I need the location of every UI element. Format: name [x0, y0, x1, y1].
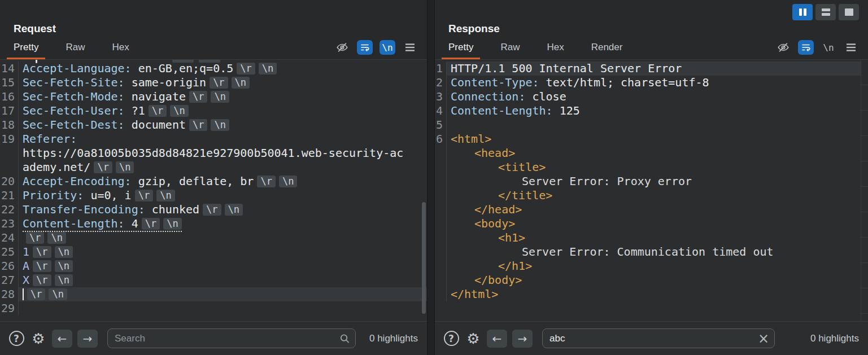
code-segment-tag: </h1> — [498, 259, 532, 273]
layout-columns-button[interactable] — [792, 4, 813, 20]
response-statusbar: ? ⚙ ← → × 0 highlights — [435, 321, 868, 355]
code-segment-val: 125 — [553, 104, 580, 117]
layout-rows-button[interactable] — [815, 4, 836, 20]
tab-request-hex[interactable]: Hex — [105, 42, 136, 59]
response-editor[interactable]: 1HTTP/1.1 500 Internal Server Error2Cont… — [435, 60, 868, 321]
crlf-badge: \n — [211, 91, 229, 103]
code-segment-tag: </html> — [451, 287, 498, 301]
tab-response-raw[interactable]: Raw — [494, 42, 526, 59]
code-line: ademy.net/\r\n — [0, 160, 427, 174]
code-line: 251\r\n — [0, 245, 427, 259]
line-number — [435, 259, 447, 273]
layout-tabs-button[interactable] — [839, 4, 859, 20]
code-line: 14Accept-Language: en-GB,en;q=0.5\r\n — [0, 62, 427, 76]
code-segment-val: 4 — [125, 217, 138, 230]
line-number — [435, 160, 447, 174]
tab-request-raw[interactable]: Raw — [59, 42, 91, 59]
crlf-badge: \r — [94, 161, 112, 173]
crlf-badge: \n — [49, 288, 67, 300]
request-code: 14Accept-Language: en-GB,en;q=0.5\r\n15S… — [0, 62, 427, 315]
response-title: Response — [448, 23, 500, 35]
previous-match-button[interactable]: ← — [52, 330, 72, 348]
editor-menu-icon[interactable] — [843, 40, 859, 55]
response-tabs: Pretty Raw Hex Render — [435, 39, 868, 59]
line-number: 21 — [0, 189, 19, 203]
line-number: 6 — [435, 132, 447, 146]
tab-response-pretty[interactable]: Pretty — [442, 42, 480, 59]
hide-nonprintable-icon[interactable] — [775, 40, 791, 55]
request-editor[interactable]: 14Accept-Language: en-GB,en;q=0.5\r\n15S… — [0, 60, 427, 321]
crlf-badge: \n — [116, 161, 134, 173]
code-line: </html> — [435, 287, 868, 301]
request-highlights-count: 0 highlights — [369, 333, 419, 344]
tab-response-hex[interactable]: Hex — [540, 42, 570, 59]
code-segment-name: Content-Length: — [451, 104, 553, 117]
response-highlights-count: 0 highlights — [810, 333, 860, 344]
code-line: 6<html> — [435, 132, 868, 146]
crlf-badge: \r — [189, 119, 207, 131]
line-number — [435, 174, 447, 189]
panel-divider[interactable] — [427, 0, 435, 355]
crlf-badge: \n — [163, 218, 181, 230]
crlf-badge: \r — [189, 91, 207, 103]
code-segment-tag: </head> — [474, 203, 522, 216]
show-newlines-icon[interactable]: \n — [380, 40, 395, 55]
line-number — [435, 287, 447, 301]
search-settings-icon[interactable]: ⚙ — [465, 330, 482, 347]
code-line: </h1> — [435, 259, 868, 273]
code-line: 19Referer: — [0, 132, 427, 146]
tab-response-render[interactable]: Render — [585, 42, 630, 59]
show-newlines-icon[interactable]: \n — [821, 40, 836, 55]
crlf-badge: \r — [27, 288, 45, 300]
code-segment-val: close — [525, 90, 566, 103]
help-icon[interactable]: ? — [443, 330, 460, 347]
request-scrollbar[interactable] — [422, 202, 426, 314]
word-wrap-icon[interactable] — [357, 40, 373, 55]
crlf-badge: \r — [203, 204, 221, 216]
clipped-crlf-fragment — [172, 60, 194, 63]
request-search-input[interactable] — [107, 328, 356, 348]
crlf-badge: \n — [232, 77, 250, 89]
crlf-badge: \n — [47, 232, 66, 244]
crlf-badge: \n — [259, 63, 277, 74]
clipped-crlf-fragment — [199, 60, 220, 63]
tab-request-pretty[interactable]: Pretty — [7, 42, 45, 59]
code-line: 27X\r\n — [0, 273, 427, 287]
next-match-button[interactable]: → — [77, 330, 98, 348]
code-segment-name: Accept-Language: — [23, 62, 132, 75]
clear-search-icon[interactable]: × — [758, 331, 769, 347]
request-tabs: Pretty Raw Hex — [0, 39, 427, 59]
code-line: https://0a81005b035d8d84821e927900b50041… — [0, 146, 427, 160]
line-number: 16 — [0, 90, 19, 104]
text-cursor — [23, 288, 24, 300]
response-search-input[interactable] — [542, 328, 775, 348]
next-match-button[interactable]: → — [512, 330, 533, 348]
clipped-line-fragment — [36, 60, 37, 63]
line-number: 18 — [0, 118, 19, 132]
code-segment-val: gzip, deflate, br — [132, 174, 254, 188]
word-wrap-icon[interactable] — [798, 40, 814, 55]
line-number: 14 — [0, 62, 19, 76]
line-number: 25 — [0, 245, 19, 259]
code-line: 29 — [0, 301, 427, 315]
code-segment-name: Sec-Fetch-User: — [23, 104, 125, 117]
line-number: 15 — [0, 76, 19, 90]
hide-nonprintable-icon[interactable] — [334, 40, 350, 55]
help-icon[interactable]: ? — [8, 330, 25, 347]
previous-match-button[interactable]: ← — [487, 330, 507, 348]
editor-menu-icon[interactable] — [402, 40, 418, 55]
line-number — [435, 217, 447, 231]
code-line: 21Priority: u=0, i\r\n — [0, 189, 427, 203]
crlf-badge: \n — [156, 190, 175, 201]
crlf-badge: \n — [170, 105, 188, 117]
line-number: 27 — [0, 273, 19, 287]
code-segment-val: text/html; charset=utf-8 — [539, 76, 709, 89]
response-marker-column[interactable] — [861, 60, 868, 321]
request-toolbar: \n — [334, 40, 427, 59]
code-segment-val: https://0a81005b035d8d84821e927900b50041… — [23, 146, 403, 160]
line-number: 26 — [0, 259, 19, 273]
search-settings-icon[interactable]: ⚙ — [30, 330, 47, 347]
crlf-badge: \r — [135, 190, 153, 201]
code-line: Server Error: Proxy error — [435, 174, 868, 189]
code-segment-tag: </title> — [498, 189, 552, 202]
